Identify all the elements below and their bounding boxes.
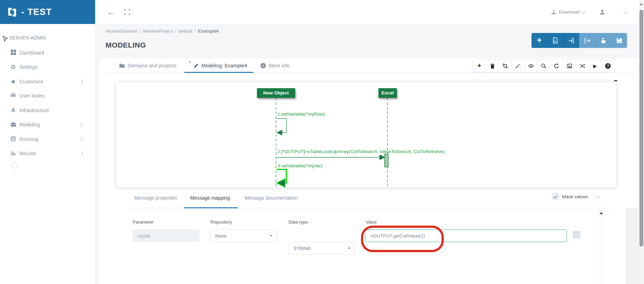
- logo-brackets-icon: [7, 7, 17, 17]
- tab-message-properties[interactable]: Message properties: [134, 195, 177, 201]
- fullscreen-icon: [124, 9, 130, 15]
- bar-chart-icon: [9, 150, 17, 157]
- action-button-group: +: [532, 33, 627, 48]
- diagram-message-1[interactable]: 1.setVariable(*myRow): [277, 111, 325, 117]
- delete-button[interactable]: [486, 60, 499, 72]
- magic-wand-button[interactable]: [511, 60, 524, 72]
- scrollbar-thumb[interactable]: [639, 10, 643, 247]
- sidebar-item-results[interactable]: Results: [0, 146, 95, 160]
- active-tab-underline: [184, 72, 253, 73]
- plus-icon: +: [477, 62, 482, 69]
- breadcrumb-item[interactable]: MontseProject: [143, 28, 173, 34]
- actor-excel[interactable]: Excel: [378, 88, 397, 98]
- flower-gear-icon: ✺: [9, 79, 17, 84]
- breadcrumb-separator: /: [194, 28, 196, 34]
- parameter-input[interactable]: [133, 229, 199, 242]
- breadcrumb-item-current: Example4: [198, 28, 219, 34]
- sidebar-item-user-roles[interactable]: User Roles: [0, 89, 95, 103]
- grid-icon: [9, 49, 17, 56]
- gear-icon: ⚙: [9, 64, 17, 70]
- image-button[interactable]: [563, 60, 576, 72]
- value-input[interactable]: [366, 229, 567, 242]
- breadcrumb: MontseDomain/MontseProject/default/Examp…: [106, 28, 219, 34]
- add-message-button[interactable]: +: [473, 60, 486, 72]
- data-type-select[interactable]: STRING: [288, 242, 355, 254]
- collapse-panel-chevron-icon[interactable]: [596, 194, 600, 198]
- download-icon: [551, 9, 557, 15]
- sidebar-item-running[interactable]: Running: [0, 132, 95, 146]
- help-button[interactable]: ?: [601, 60, 614, 72]
- value-action-button[interactable]: [573, 231, 580, 239]
- calendar-icon: [9, 136, 17, 142]
- panel-scrollbar[interactable]: [598, 209, 604, 284]
- refresh-icon: [554, 63, 559, 69]
- chevron-down-icon: [582, 9, 586, 14]
- folder-icon: [119, 63, 125, 68]
- modeling-card: Domains and projects * Modeling: Example…: [99, 58, 639, 284]
- download-menu[interactable]: Download: [551, 0, 585, 24]
- check-in-button[interactable]: [563, 33, 579, 48]
- refresh-button[interactable]: [550, 60, 563, 72]
- app-logo[interactable]: - TEST: [0, 0, 95, 24]
- image-icon: [567, 63, 572, 69]
- crop-button[interactable]: [499, 60, 511, 72]
- actor-new-object[interactable]: New Object: [257, 88, 295, 98]
- diagram-message-2[interactable]: 2.[*OUTPUT]=vTableLookUpArray(ColToSearc…: [277, 149, 445, 154]
- repository-select[interactable]: None: [210, 229, 277, 242]
- repository-label: Repository: [210, 219, 232, 225]
- collapse-header-button[interactable]: [624, 0, 627, 24]
- tab-more-info[interactable]: i More info: [260, 58, 290, 73]
- save-button: [611, 33, 627, 48]
- chevron-right-icon: [78, 151, 83, 156]
- tab-label: Modeling: Example4: [201, 63, 247, 68]
- logo-text: - TEST: [21, 7, 52, 17]
- tab-domains-and-projects[interactable]: Domains and projects: [119, 58, 176, 73]
- chevron-right-icon: [78, 137, 83, 142]
- user-menu[interactable]: [599, 0, 605, 24]
- tab-message-mapping[interactable]: Message mapping: [190, 195, 230, 201]
- search-button[interactable]: [537, 60, 550, 72]
- dropdown-caret-icon: [348, 248, 351, 249]
- letter-a-icon: A: [9, 108, 17, 113]
- sidebar-item-modeling[interactable]: Modeling: [0, 117, 95, 132]
- app-window: - TEST SERVER ADMIN Dashboard ⚙ Settings…: [0, 0, 644, 284]
- data-type-selected-value: STRING: [293, 246, 311, 251]
- page-scrollbar[interactable]: [639, 0, 644, 284]
- user-icon: [599, 9, 605, 15]
- parameter-label: Parameter: [133, 219, 154, 225]
- diagram-message-3[interactable]: 3.setVariable(*myVar): [277, 163, 323, 168]
- sidebar-heading: SERVER ADMIN: [9, 35, 46, 41]
- sidebar-item-settings[interactable]: ⚙ Settings: [0, 60, 95, 74]
- dropdown-caret-icon: [270, 235, 273, 237]
- mask-values-checkbox[interactable]: [552, 193, 559, 200]
- shuffle-button[interactable]: [576, 60, 588, 72]
- shuffle-icon: [579, 63, 585, 69]
- back-button[interactable]: ←: [107, 0, 115, 24]
- add-button[interactable]: +: [532, 33, 547, 48]
- sidebar-item-customize[interactable]: ✺ Customize: [0, 74, 95, 89]
- tab-modeling-example4[interactable]: * Modeling: Example4: [189, 58, 247, 73]
- breadcrumb-separator: /: [140, 28, 141, 34]
- pencil-icon: [193, 63, 199, 68]
- repository-selected-value: None: [215, 233, 226, 239]
- preview-button[interactable]: [524, 60, 537, 72]
- mask-values-label: Mask values: [562, 194, 588, 199]
- breadcrumb-item[interactable]: MontseDomain: [106, 28, 137, 34]
- tab-message-documentation[interactable]: Message documentation: [245, 195, 298, 201]
- sequence-diagram-canvas[interactable]: New Object Excel 1.setVariable(*myRow) 2…: [116, 82, 616, 187]
- eye-icon: [528, 63, 534, 69]
- info-icon: i: [260, 63, 266, 68]
- mouse-cursor: [2, 36, 8, 43]
- sidebar: - TEST SERVER ADMIN Dashboard ⚙ Settings…: [0, 0, 95, 284]
- back-arrow-icon: ←: [107, 7, 115, 17]
- diagram-lines: [116, 82, 616, 187]
- fullscreen-button[interactable]: [124, 0, 130, 24]
- breadcrumb-item[interactable]: default: [178, 28, 193, 34]
- sidebar-item-infrastructure[interactable]: A Infrastructure: [0, 103, 95, 117]
- sign-out-icon: [584, 37, 591, 44]
- play-icon: ▶: [593, 63, 597, 69]
- sidebar-item-label: Dashboard: [19, 50, 44, 56]
- export-file-button[interactable]: [547, 33, 563, 48]
- sidebar-item-dashboard[interactable]: Dashboard: [0, 45, 95, 60]
- run-button[interactable]: ▶: [588, 60, 601, 72]
